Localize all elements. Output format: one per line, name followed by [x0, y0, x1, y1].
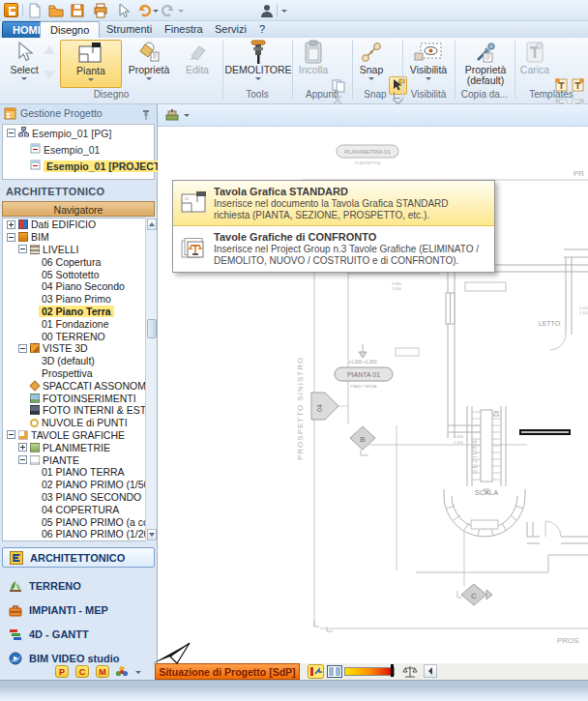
print-icon[interactable]	[93, 3, 108, 18]
select-button[interactable]: Select	[6, 40, 43, 88]
project-group-node[interactable]: Esempio_01 [PG]	[3, 125, 154, 141]
redo-dropdown-icon[interactable]	[178, 10, 184, 13]
tree-item[interactable]: 00 TERRENO	[3, 330, 154, 342]
tree-item[interactable]: 03 PIANO SECONDO	[3, 491, 154, 504]
demolitore-button[interactable]: DEMOLITORE	[226, 40, 290, 88]
tree-item[interactable]: 3D (default)	[3, 355, 154, 367]
undo-icon[interactable]	[136, 3, 152, 18]
group-label-visibilita: Visibilità	[402, 89, 455, 100]
collapse-icon[interactable]	[7, 430, 15, 439]
tree-item[interactable]: VISTE 3D	[3, 342, 154, 355]
tree-item-selected[interactable]: 02 Piano Terra	[3, 306, 154, 318]
app-logo-icon[interactable]	[4, 3, 18, 17]
comparison-view-icon[interactable]	[308, 664, 324, 681]
scales-icon[interactable]	[402, 664, 418, 681]
tree-item[interactable]: 01 PIANO TERRA	[3, 466, 154, 479]
carica-button[interactable]: Carica	[518, 40, 551, 88]
tree-item[interactable]: NUVOLE di PUNTI	[3, 417, 154, 429]
collapse-icon[interactable]	[18, 245, 27, 253]
tab-finestra[interactable]: Finestra	[155, 21, 213, 38]
scroll-down-icon[interactable]	[147, 529, 157, 540]
canvas-tool-dropdown-icon[interactable]	[184, 114, 190, 117]
nudge-up-icon[interactable]	[44, 45, 55, 54]
quick-more-icon[interactable]	[135, 671, 141, 674]
comparison-gradient-slider[interactable]	[344, 667, 395, 676]
category-architettonico[interactable]: ARCHITETTONICO	[2, 547, 155, 568]
navigator-tab[interactable]: Navigatore	[2, 201, 155, 217]
quick-c-icon[interactable]: C	[75, 665, 89, 678]
edit-icon	[186, 40, 209, 65]
tree-item[interactable]: 06 Copertura	[3, 255, 154, 268]
new-document-icon[interactable]	[27, 3, 43, 18]
tab-strumenti[interactable]: Strumenti	[97, 21, 162, 38]
pianta-badge[interactable]: PIANTA 01 PIANO TERRA	[335, 367, 393, 389]
tree-item[interactable]: 06 PIANO PRIMO (1/200)	[3, 528, 154, 540]
pointer-icon[interactable]	[116, 3, 132, 18]
tree-item[interactable]: 04 COPERTURA	[3, 503, 154, 515]
nudge-down-icon[interactable]	[44, 71, 55, 79]
category-4d-gantt[interactable]: 4D - GANTT	[2, 624, 155, 644]
tree-item[interactable]: 02 PIANO PRIMO (1/50)	[3, 479, 154, 491]
project-node-active[interactable]: Esempio_01 [PROJECT]	[3, 158, 154, 174]
undo-dropdown-icon[interactable]	[153, 10, 159, 13]
canvas-tool-icon[interactable]	[165, 108, 179, 124]
tree-item[interactable]: 04 Piano Secondo	[3, 280, 154, 293]
expand-icon[interactable]	[18, 443, 27, 452]
toolbar-options-icon[interactable]	[281, 10, 287, 13]
quick-flower-icon[interactable]	[115, 665, 129, 681]
gradient-slider-handle[interactable]	[391, 664, 394, 677]
visibilita-button[interactable]: Visibilità	[406, 40, 451, 88]
tree-item[interactable]: PLANIMETRIE	[3, 441, 154, 453]
proprieta-default-button[interactable]: Proprietà (default)	[458, 40, 513, 88]
tree-item[interactable]: 03 Piano Primo	[3, 293, 154, 306]
tree-item[interactable]: PIANTE	[3, 453, 154, 466]
tree-item[interactable]: Prospettiva	[3, 367, 154, 380]
tree-scrollbar[interactable]	[145, 218, 157, 541]
category-terreno[interactable]: TERRENO	[2, 575, 155, 596]
proprieta-button[interactable]: Proprietà	[126, 40, 172, 88]
save-icon[interactable]	[70, 3, 85, 18]
elevation-marker-04[interactable]: 04	[311, 393, 338, 420]
tree-item[interactable]: 05 Sottotetto	[3, 268, 154, 280]
quick-p-icon[interactable]: P	[55, 665, 69, 678]
collapse-icon[interactable]	[7, 233, 15, 242]
snap-dialog-launcher-icon[interactable]	[394, 92, 400, 99]
split-view-icon[interactable]	[327, 665, 342, 680]
open-folder-icon[interactable]	[48, 3, 64, 18]
planimetria-badge[interactable]: PLANIMETRIA 01 PLANIMETRIA	[337, 145, 398, 165]
collapse-icon[interactable]	[18, 344, 27, 353]
tree-item[interactable]: FOTOINSERIMENTI	[3, 392, 154, 404]
user-icon[interactable]	[259, 3, 275, 18]
pianta-button[interactable]: Pianta	[60, 40, 122, 88]
svg-text:PIANO TERRA: PIANO TERRA	[350, 384, 376, 389]
tree-item[interactable]: Dati EDIFICIO	[3, 219, 154, 231]
edita-button[interactable]: Edita	[176, 40, 219, 88]
snap-button[interactable]: Snap	[355, 40, 388, 88]
collapse-icon[interactable]	[7, 129, 15, 137]
redo-icon[interactable]	[161, 3, 176, 18]
quick-m-icon[interactable]: M	[96, 665, 109, 678]
tree-item[interactable]: LIVELLI	[3, 244, 154, 256]
tree-item[interactable]: BIM	[3, 231, 154, 244]
category-impianti[interactable]: IMPIANTI - MEP	[2, 599, 155, 620]
tab-disegno[interactable]: Disegno	[40, 21, 100, 38]
project-node[interactable]: Esempio_01	[3, 141, 154, 158]
collapse-icon[interactable]	[18, 455, 27, 464]
project-situation-badge[interactable]: Situazione di Progetto [SdP]	[155, 663, 300, 680]
plans-icon	[30, 455, 40, 465]
tree-item[interactable]: TAVOLE GRAFICHE	[3, 429, 154, 442]
tab-help[interactable]: ?	[250, 21, 275, 38]
menu-item-tavole-confronto[interactable]: Tavole Grafiche di CONFRONTO Inserisce n…	[173, 226, 494, 272]
incolla-button[interactable]: Incolla	[296, 40, 331, 88]
tree-item[interactable]: 01 Fondazione	[3, 317, 154, 330]
scroll-up-icon[interactable]	[147, 219, 157, 230]
section-marker-c[interactable]: C	[457, 531, 492, 605]
tree-item[interactable]: SPACCATI ASSONOMETRI	[3, 379, 154, 392]
tree-item[interactable]: 05 PIANO PRIMO (a colori)	[3, 515, 154, 528]
prospetto-bottom-label: PROS	[557, 636, 579, 645]
expand-icon[interactable]	[7, 220, 15, 229]
scrollbar-thumb[interactable]	[147, 319, 157, 338]
tree-item[interactable]: FOTO INTERNI & ESTERI	[3, 404, 154, 417]
menu-item-tavola-standard[interactable]: Tavola Grafica STANDARD Inserisce nel do…	[173, 181, 494, 226]
hscroll-left-icon[interactable]	[424, 664, 437, 678]
